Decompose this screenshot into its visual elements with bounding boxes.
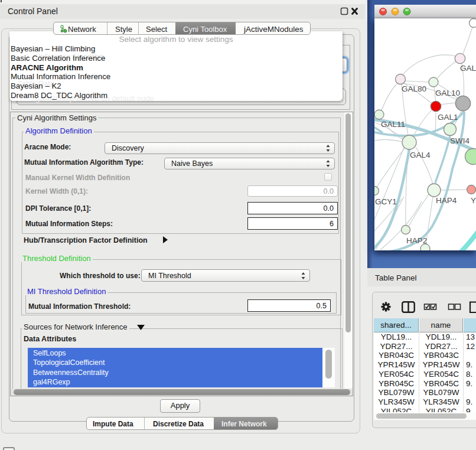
svg-text:GAL4: GAL4: [410, 151, 431, 159]
svg-text:HAP2: HAP2: [406, 236, 427, 245]
svg-text:GCY1: GCY1: [375, 197, 397, 206]
svg-text:GAL80: GAL80: [402, 84, 426, 93]
svg-text:SWI4: SWI4: [450, 136, 470, 145]
svg-text:GAL7: GAL7: [460, 64, 476, 73]
svg-text:YM: YM: [471, 196, 476, 205]
svg-text:GAL11: GAL11: [381, 120, 405, 129]
svg-text:GAL1: GAL1: [438, 113, 458, 122]
svg-text:GAL10: GAL10: [435, 89, 460, 97]
svg-text:HAP4: HAP4: [436, 196, 457, 205]
